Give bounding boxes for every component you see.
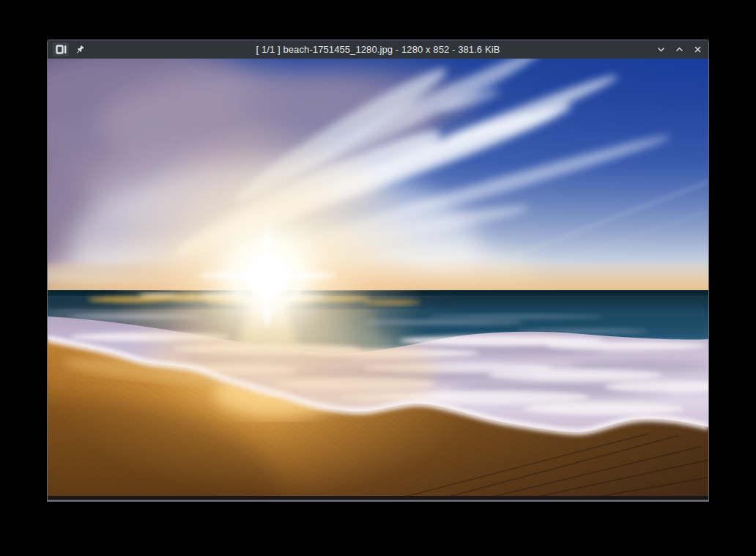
window-controls (656, 40, 703, 59)
minimize-button[interactable] (656, 45, 666, 55)
close-button[interactable] (692, 45, 703, 55)
titlebar-left-icons (48, 42, 85, 56)
titlebar[interactable]: [ 1/1 ] beach-1751455_1280.jpg - 1280 x … (48, 40, 708, 59)
pin-icon[interactable] (75, 45, 85, 55)
image-viewer-window: [ 1/1 ] beach-1751455_1280.jpg - 1280 x … (47, 40, 709, 502)
window-title: [ 1/1 ] beach-1751455_1280.jpg - 1280 x … (48, 40, 708, 59)
image-viewport[interactable] (48, 59, 708, 499)
maximize-button[interactable] (674, 45, 684, 55)
app-logo-icon (53, 42, 69, 56)
desktop: { "window": { "title": "[ 1/1 ] beach-17… (0, 0, 756, 556)
beach-photo (48, 59, 708, 499)
